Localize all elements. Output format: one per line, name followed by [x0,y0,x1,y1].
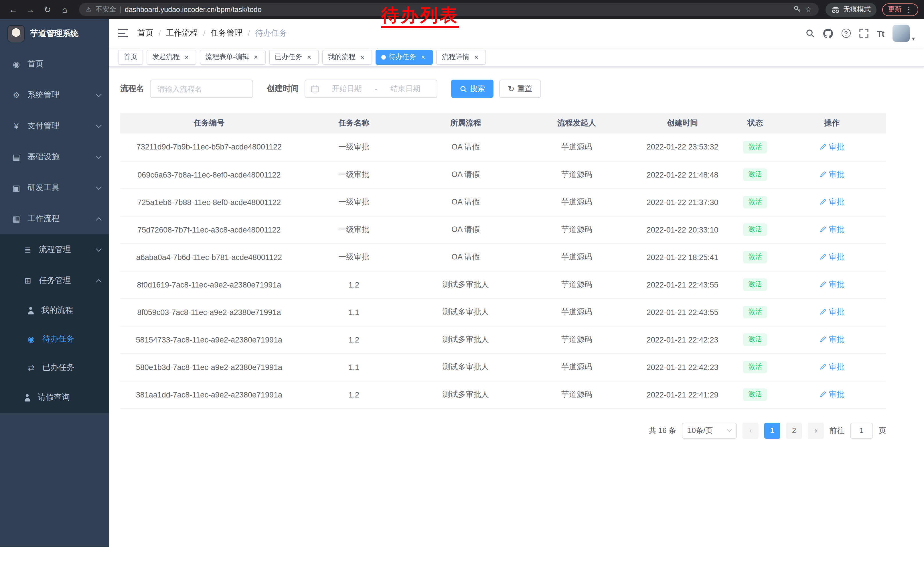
task-created: 2022-01-22 23:53:32 [632,134,733,161]
breadcrumb-item[interactable]: 首页 [137,28,153,38]
status-badge: 激活 [743,361,767,373]
task-id: 8f059c03-7ac8-11ec-a9e2-a2380e71991a [120,299,298,326]
status-badge: 激活 [743,333,767,346]
process-name-input[interactable] [150,80,253,98]
sidebar-item-done-task[interactable]: ⇄ 已办任务 [0,353,109,382]
breadcrumb-item[interactable]: 工作流程 [166,28,198,38]
home-icon[interactable]: ⌂ [57,2,72,17]
task-created: 2022-01-21 22:41:29 [632,381,733,408]
tab-label: 我的流程 [328,52,356,62]
task-created: 2022-01-21 22:42:23 [632,353,733,381]
approve-button[interactable]: 审批 [819,225,844,235]
navbar-tools: ? Tt ▾ [806,25,915,42]
fullscreen-icon[interactable] [859,29,868,38]
forward-icon[interactable]: → [23,2,38,17]
status-badge: 激活 [743,141,767,153]
col-initiator: 流程发起人 [522,113,632,134]
bookmark-star-icon[interactable]: ☆ [805,5,812,14]
sidebar-item-payment[interactable]: ¥ 支付管理 [0,111,109,141]
sidebar-item-infrastructure[interactable]: ▤ 基础设施 [0,141,109,173]
font-size-icon[interactable]: Tt [877,29,884,38]
sidebar-item-workflow[interactable]: ▦ 工作流程 [0,203,109,234]
tab-todo-task[interactable]: 待办任务 × [375,50,433,65]
dashboard-icon: ◉ [12,60,21,69]
chevron-down-icon [96,246,102,252]
tab-label: 发起流程 [152,52,180,62]
goto-label: 前往 [830,425,844,435]
app-logo[interactable]: 芋道管理系统 [0,19,109,49]
approve-button[interactable]: 审批 [819,197,844,207]
sidebar-item-my-process[interactable]: 我的流程 [0,296,109,325]
tab-label: 流程表单-编辑 [206,52,249,62]
incognito-icon [831,6,840,13]
approve-button[interactable]: 审批 [819,279,844,290]
approve-button[interactable]: 审批 [819,142,844,152]
help-icon[interactable]: ? [842,29,851,38]
github-icon[interactable] [823,29,833,38]
close-icon[interactable]: × [419,53,427,61]
reset-button[interactable]: ↻ 重置 [499,80,541,98]
update-button[interactable]: 更新 ⋮ [882,3,918,16]
page-button-2[interactable]: 2 [786,422,802,438]
browser-menu-icon[interactable]: ⋮ [905,5,912,14]
app-title: 芋道管理系统 [30,29,78,39]
task-id: 580e1b3d-7ac8-11ec-a9e2-a2380e71991a [120,353,298,381]
task-initiator: 芋道源码 [522,134,632,161]
tab-done-task[interactable]: 已办任务 × [269,50,319,65]
user-menu[interactable]: ▾ [892,25,915,42]
close-icon[interactable]: × [358,53,366,61]
tab-home[interactable]: 首页 [118,50,143,65]
search-icon[interactable] [806,29,814,38]
page-size-select[interactable]: 10条/页 [682,422,737,438]
task-process: OA 请假 [410,216,522,243]
edit-icon [819,143,826,151]
sidebar-collapse-icon[interactable] [118,29,128,37]
tab-process-detail[interactable]: 流程详情 × [436,50,486,65]
sidebar-item-todo-task[interactable]: ◉ 待办任务 [0,325,109,353]
reload-icon[interactable]: ↻ [40,2,55,17]
sidebar-item-leave-query[interactable]: 请假查询 [0,382,109,413]
table-row: a6aba0a4-7b6d-11ec-b781-acde48001122 一级审… [120,243,886,271]
update-label: 更新 [888,5,902,14]
logo-image [8,25,25,42]
status-badge: 激活 [743,388,767,401]
sidebar-item-devtools[interactable]: ▣ 研发工具 [0,173,109,203]
close-icon[interactable]: × [183,53,190,61]
next-page-button[interactable]: › [808,422,824,438]
col-task-id: 任务编号 [120,113,298,134]
page-button-1[interactable]: 1 [764,422,780,438]
goto-page-input[interactable] [850,422,873,438]
key-icon[interactable] [794,5,801,14]
tab-label: 已办任务 [275,52,302,62]
total-count: 共 16 条 [649,425,676,435]
eye-icon: ◉ [26,335,36,344]
approve-button[interactable]: 审批 [819,252,844,262]
approve-button[interactable]: 审批 [819,389,844,400]
sidebar-item-system[interactable]: ⚙ 系统管理 [0,80,109,111]
sidebar-item-task-management[interactable]: ⊞ 任务管理 [0,265,109,296]
sidebar-item-label: 任务管理 [39,275,71,286]
tab-process-form-edit[interactable]: 流程表单-编辑 × [200,50,266,65]
sidebar-item-home[interactable]: ◉ 首页 [0,49,109,80]
close-icon[interactable]: × [252,53,260,61]
task-name: 1.2 [298,271,410,299]
approve-button[interactable]: 审批 [819,307,844,317]
search-button[interactable]: 搜索 [451,80,494,98]
close-icon[interactable]: × [472,53,480,61]
tab-my-process[interactable]: 我的流程 × [322,50,372,65]
close-icon[interactable]: × [305,53,313,61]
tab-start-process[interactable]: 发起流程 × [147,50,196,65]
sidebar-item-label: 已办任务 [42,363,74,373]
table-row: 8f059c03-7ac8-11ec-a9e2-a2380e71991a 1.1… [120,299,886,326]
approve-button[interactable]: 审批 [819,170,844,180]
approve-button[interactable]: 审批 [819,362,844,372]
gear-icon: ⚙ [12,90,21,100]
prev-page-button[interactable]: ‹ [742,422,759,438]
back-icon[interactable]: ← [6,2,21,17]
task-name: 1.1 [298,299,410,326]
approve-button[interactable]: 审批 [819,335,844,345]
date-range-picker[interactable]: 开始日期 - 结束日期 [304,80,437,98]
task-process: OA 请假 [410,188,522,216]
sidebar-item-process-management[interactable]: ≣ 流程管理 [0,234,109,265]
breadcrumb-item[interactable]: 任务管理 [211,28,243,38]
